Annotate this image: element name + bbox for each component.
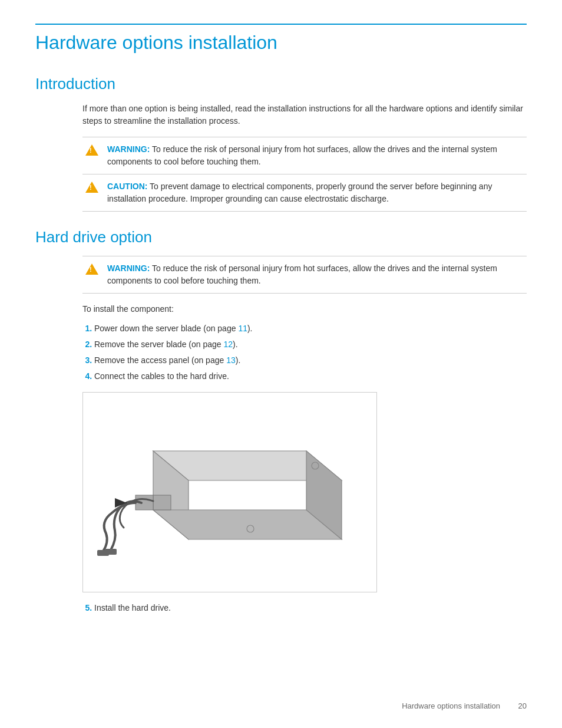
- introduction-section: Introduction If more than one option is …: [35, 75, 527, 212]
- step-1: Power down the server blade (on page 11)…: [94, 322, 527, 335]
- step-3: Remove the access panel (on page 13).: [94, 354, 527, 367]
- hard-drive-section: Hard drive option WARNING: To reduce the…: [35, 228, 527, 614]
- intro-body-text: If more than one option is being install…: [82, 103, 527, 127]
- step-2-link[interactable]: 12: [223, 340, 233, 349]
- caution-notice: CAUTION: To prevent damage to electrical…: [82, 174, 527, 212]
- page-title: Hardware options installation: [35, 24, 527, 54]
- warning-icon-2: [82, 262, 101, 275]
- warning-content-2: WARNING: To reduce the risk of personal …: [101, 262, 527, 287]
- caution-icon: [82, 180, 101, 193]
- footer-label: Hardware options installation: [402, 701, 500, 710]
- caution-content: CAUTION: To prevent damage to electrical…: [101, 180, 527, 205]
- step-3-link[interactable]: 13: [226, 355, 236, 365]
- hard-drive-diagram: [94, 404, 365, 581]
- warning-text-2: To reduce the risk of personal injury fr…: [107, 263, 497, 285]
- warning-label-1: WARNING:: [107, 144, 150, 154]
- svg-rect-9: [105, 549, 117, 555]
- footer-separator: [505, 701, 513, 710]
- step-2: Remove the server blade (on page 12).: [94, 338, 527, 351]
- introduction-heading: Introduction: [35, 75, 527, 93]
- hard-drive-heading: Hard drive option: [35, 228, 527, 246]
- page-footer: Hardware options installation 20: [402, 701, 527, 710]
- step-1-link[interactable]: 11: [238, 324, 247, 333]
- warning-text-1: To reduce the risk of personal injury fr…: [107, 144, 497, 166]
- warning-notice-2: WARNING: To reduce the risk of personal …: [82, 256, 527, 294]
- step5-list: Install the hard drive.: [82, 602, 527, 614]
- warning-content-1: WARNING: To reduce the risk of personal …: [101, 143, 527, 168]
- footer-page-number: 20: [518, 701, 527, 710]
- caution-triangle: [85, 182, 98, 193]
- hard-drive-image: [82, 392, 377, 592]
- warning-triangle-2: [85, 263, 98, 275]
- svg-rect-6: [153, 495, 171, 510]
- caution-text: To prevent damage to electrical componen…: [107, 182, 492, 203]
- step-5: Install the hard drive.: [94, 602, 527, 614]
- warning-triangle-1: [85, 144, 98, 156]
- install-intro-text: To install the component:: [82, 303, 527, 315]
- install-steps-list: Power down the server blade (on page 11)…: [82, 322, 527, 383]
- warning-icon-1: [82, 143, 101, 156]
- warning-label-2: WARNING:: [107, 263, 150, 273]
- warning-notice-1: WARNING: To reduce the risk of personal …: [82, 137, 527, 174]
- step-4: Connect the cables to the hard drive.: [94, 370, 527, 383]
- caution-label: CAUTION:: [107, 182, 147, 191]
